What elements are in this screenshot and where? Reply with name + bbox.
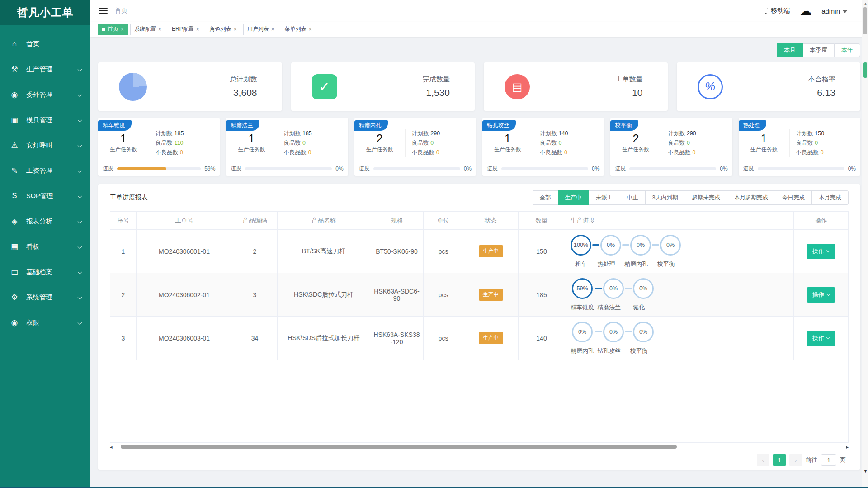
scroll-left-icon[interactable]: ◂: [110, 445, 113, 450]
mobile-link[interactable]: 移动端: [764, 7, 790, 15]
chevron-down-icon: [826, 336, 830, 339]
good-label: 良品数: [796, 140, 813, 146]
stat-card-total-plan: 总计划数 3,608: [98, 62, 282, 111]
prev-page-button[interactable]: ‹: [757, 454, 769, 466]
sidebar-item-label: 安灯呼叫: [26, 141, 78, 150]
sidebar-item[interactable]: ⌂ 首页: [0, 31, 90, 57]
user-dropdown[interactable]: admin: [821, 7, 847, 15]
tab-close-icon[interactable]: ×: [158, 26, 161, 33]
scroll-up-icon[interactable]: ▲: [863, 1, 868, 6]
filter-button[interactable]: 本月超期完成: [727, 190, 775, 205]
sidebar-item[interactable]: ✎ 工资管理: [0, 158, 90, 183]
cell-unit: pcs: [424, 273, 463, 316]
work-order-report-card: 工单进度报表 全部生产中未派工中止3天内到期超期未完成本月超期完成今日完成本月完…: [98, 184, 860, 470]
scroll-down-icon[interactable]: ▼: [863, 469, 868, 474]
progress-bar: [245, 167, 332, 170]
tab[interactable]: 菜单列表 ×: [281, 24, 316, 35]
hamburger-icon[interactable]: [99, 6, 108, 16]
tab-close-icon[interactable]: ×: [196, 26, 199, 33]
cell-unit: pcs: [424, 230, 463, 273]
filter-button[interactable]: 生产中: [558, 190, 590, 205]
bad-label: 不良品数: [412, 149, 434, 156]
sidebar-item[interactable]: ⚠ 安灯呼叫: [0, 133, 90, 158]
period-button[interactable]: 本年: [834, 43, 860, 57]
horizontal-scrollbar[interactable]: ◂ ▸: [110, 444, 849, 450]
tab[interactable]: 用户列表 ×: [243, 24, 278, 35]
sidebar-item[interactable]: ⚒ 生产管理: [0, 57, 90, 82]
stat-label: 总计划数: [230, 75, 257, 84]
tab[interactable]: 系统配置 ×: [130, 24, 165, 35]
tab[interactable]: 首页 ×: [98, 24, 128, 35]
progress-bar: [117, 167, 201, 170]
scroll-right-icon[interactable]: ▸: [846, 445, 849, 450]
tab-close-icon[interactable]: ×: [121, 26, 124, 33]
filter-button[interactable]: 3天内到期: [646, 190, 685, 205]
action-button[interactable]: 操作: [807, 331, 835, 346]
table-row: 1 MO240306001-01 2 BT/SK高速刀杆 BT50-SK06-9…: [110, 230, 848, 273]
table-body: 1 MO240306001-01 2 BT/SK高速刀杆 BT50-SK06-9…: [110, 230, 848, 360]
filter-button[interactable]: 超期未完成: [685, 190, 728, 205]
process-step: 0% 校平衡: [624, 322, 654, 355]
tab-close-icon[interactable]: ×: [271, 26, 274, 33]
sidebar-item-label: 基础档案: [26, 268, 78, 276]
period-button[interactable]: 本月: [777, 43, 803, 57]
tab[interactable]: 角色列表 ×: [206, 24, 241, 35]
sidebar-item[interactable]: ▤ 基础档案: [0, 259, 90, 284]
period-button[interactable]: 本季度: [803, 43, 834, 57]
step-progress-circle: 0%: [633, 322, 654, 342]
breadcrumb[interactable]: 首页: [115, 7, 127, 15]
action-button[interactable]: 操作: [807, 244, 835, 259]
process-card: 热处理 1 生产任务数 计划数150 良品数0 不良品数0: [739, 118, 860, 176]
progress-percent: 0%: [335, 166, 343, 172]
good-label: 良品数: [412, 140, 429, 146]
avatar-cloud-icon[interactable]: ☁: [800, 5, 811, 17]
vertical-scroll-thumb[interactable]: [863, 7, 867, 34]
filter-button[interactable]: 今日完成: [775, 190, 812, 205]
horizontal-scroll-thumb[interactable]: [121, 445, 677, 449]
step-progress-circle: 0%: [633, 278, 654, 299]
progress-percent: 0%: [464, 166, 472, 172]
col-action: 操作: [794, 212, 848, 230]
sidebar-item[interactable]: ▣ 模具管理: [0, 107, 90, 133]
action-button[interactable]: 操作: [807, 287, 835, 303]
cell-progress: 0% 精磨内孔 0%: [565, 317, 794, 360]
filter-button[interactable]: 本月完成: [812, 190, 849, 205]
tab[interactable]: ERP配置 ×: [168, 24, 203, 35]
tab-close-icon[interactable]: ×: [234, 26, 237, 33]
stat-label: 不合格率: [808, 75, 835, 84]
cell-seq: 1: [110, 230, 137, 273]
next-page-button[interactable]: ›: [789, 454, 802, 466]
filter-button[interactable]: 全部: [533, 190, 558, 205]
filter-button[interactable]: 未派工: [589, 190, 620, 205]
cell-progress: 100% 粗车 0%: [565, 230, 794, 273]
sidebar-item[interactable]: ◉ 权限: [0, 310, 90, 335]
good-value: 0: [815, 140, 818, 146]
sidebar-item[interactable]: ▦ 看板: [0, 234, 90, 259]
step-connector: [625, 331, 632, 332]
good-label: 良品数: [283, 140, 301, 146]
progress-percent: 0%: [720, 166, 727, 172]
step-progress-circle: 0%: [572, 322, 593, 342]
tab-close-icon[interactable]: ×: [309, 26, 312, 33]
sidebar-item[interactable]: ◉ 委外管理: [0, 82, 90, 107]
process-badge: 精磨内孔: [354, 120, 388, 131]
table-empty-area: [110, 360, 848, 442]
col-progress: 生产进度: [565, 212, 794, 230]
good-value: 0: [687, 140, 690, 146]
step-name: 钻孔攻丝: [597, 347, 621, 355]
chevron-down-icon: [78, 168, 82, 173]
step-name: 精磨内孔: [624, 260, 648, 268]
vertical-scrollbar[interactable]: ▲ ▼: [862, 0, 868, 488]
goto-page-input[interactable]: [821, 454, 836, 466]
page-number-button[interactable]: 1: [773, 454, 786, 466]
filter-button[interactable]: 中止: [620, 190, 646, 205]
sidebar-item[interactable]: ◈ 报表分析: [0, 208, 90, 234]
sidebar-item[interactable]: S SOP管理: [0, 183, 90, 208]
progress-label: 进度: [615, 165, 626, 172]
plan-label: 计划数: [668, 130, 685, 137]
sidebar-item-label: 首页: [26, 40, 78, 48]
cell-seq: 2: [110, 273, 137, 316]
bad-value: 0: [564, 149, 567, 156]
progress-label: 进度: [487, 165, 498, 172]
sidebar-item[interactable]: ⚙ 系统管理: [0, 284, 90, 310]
